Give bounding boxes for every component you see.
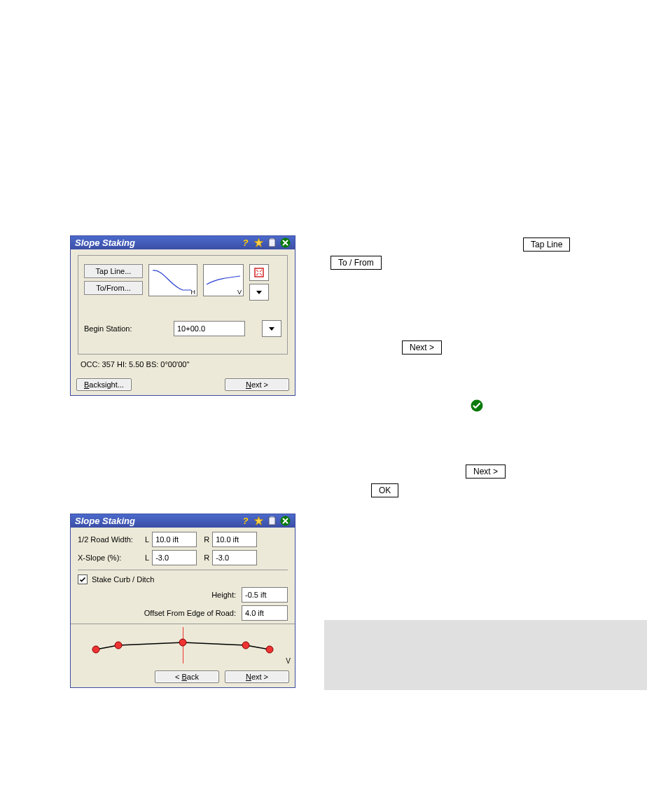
help-icon[interactable]: ? [240, 238, 251, 248]
begin-station-label: Begin Station: [84, 324, 168, 333]
next-button[interactable]: Next > [225, 670, 289, 683]
svg-rect-6 [255, 268, 263, 277]
offset-label: Offset From Edge of Road: [144, 609, 236, 617]
ok-check-icon [471, 399, 483, 412]
x-slope-label: X-Slope (%): [78, 553, 142, 562]
clipboard-icon[interactable] [267, 516, 277, 526]
vertical-preview: V [203, 264, 244, 296]
tap-line-button[interactable]: Tap Line... [84, 264, 143, 278]
callout-to-from: To / From [330, 256, 382, 270]
begin-station-dropdown[interactable] [262, 320, 281, 337]
star-icon[interactable] [253, 238, 264, 248]
clipboard-icon[interactable] [267, 238, 277, 248]
r-label: R [200, 535, 209, 544]
half-road-width-l-field[interactable]: 10.0 ift [152, 532, 197, 547]
window-title-bar: Slope Staking ? [71, 514, 295, 528]
offset-field[interactable]: 4.0 ift [242, 605, 288, 621]
height-field[interactable]: -0.5 ift [242, 587, 288, 603]
zoom-extents-icon[interactable] [249, 264, 269, 281]
half-road-width-r-field[interactable]: 10.0 ift [212, 532, 257, 547]
svg-marker-7 [256, 291, 262, 294]
back-button[interactable]: < Back [155, 670, 219, 683]
svg-rect-12 [270, 516, 274, 518]
svg-marker-8 [269, 327, 274, 331]
horizontal-preview: H [148, 264, 197, 296]
cross-section-diagram: V [71, 624, 295, 666]
callout-next-2: Next > [466, 465, 506, 479]
next-button[interactable]: Next > [225, 378, 289, 391]
note-background [324, 620, 647, 690]
status-line: OCC: 357 HI: 5.50 BS: 0°00'00" [78, 355, 288, 370]
preview-dropdown[interactable] [249, 284, 269, 301]
height-label: Height: [211, 591, 236, 599]
svg-rect-4 [270, 238, 274, 240]
slope-staking-window-2: Slope Staking ? 1/2 Road Width: L 10.0 i… [70, 514, 295, 688]
svg-marker-2 [254, 238, 263, 247]
stake-curb-ditch-checkbox[interactable]: Stake Curb / Ditch [78, 574, 288, 584]
window-title: Slope Staking [75, 238, 135, 248]
l-label: L [145, 553, 149, 562]
svg-rect-11 [269, 517, 275, 525]
callout-ok: OK [371, 483, 398, 497]
svg-text:?: ? [243, 238, 249, 248]
close-icon[interactable] [280, 516, 291, 526]
checkmark-icon [79, 576, 86, 583]
half-road-width-label: 1/2 Road Width: [78, 535, 142, 544]
stake-curb-ditch-label: Stake Curb / Ditch [92, 575, 154, 584]
callout-next-1: Next > [402, 340, 442, 355]
window-title: Slope Staking [75, 516, 135, 526]
l-label: L [145, 535, 149, 544]
help-icon[interactable]: ? [240, 516, 251, 526]
x-slope-l-field[interactable]: -3.0 [152, 550, 197, 565]
begin-station-field[interactable]: 10+00.0 [174, 321, 245, 336]
svg-marker-10 [254, 516, 263, 525]
x-slope-r-field[interactable]: -3.0 [212, 550, 257, 565]
callout-tap-line: Tap Line [523, 238, 570, 252]
backsight-button[interactable]: Backsight... [76, 378, 132, 391]
to-from-button[interactable]: To/From... [84, 281, 143, 295]
svg-rect-3 [269, 239, 275, 247]
close-icon[interactable] [280, 238, 291, 248]
r-label: R [200, 553, 209, 562]
star-icon[interactable] [253, 516, 264, 526]
svg-text:?: ? [243, 516, 249, 526]
window-title-bar: Slope Staking ? [71, 236, 295, 249]
v-axis-label: V [286, 657, 291, 665]
slope-staking-window-1: Slope Staking ? Tap Line... To/From... [70, 235, 295, 396]
